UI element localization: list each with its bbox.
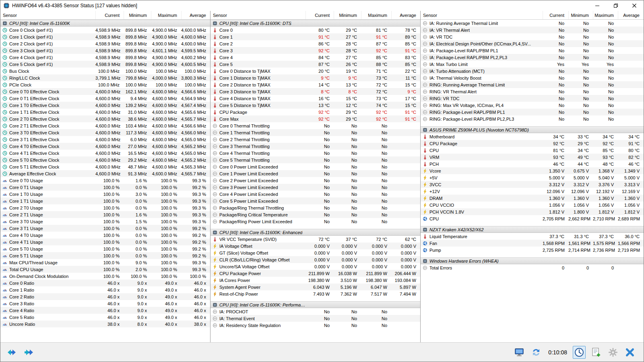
sensor-row[interactable]: Core 4 Thermal ThrottlingNoNoNo xyxy=(211,150,420,156)
sensor-row[interactable]: Core 5 Distance to TjMAX13 °C12 °C74 °C1… xyxy=(211,102,420,109)
sensor-row[interactable]: Core 2 Thermal ThrottlingNoNoNo xyxy=(211,136,420,143)
sensor-row[interactable]: Pump2,725 RPM2,714 RPM2,736 RPM2,719 RPM xyxy=(421,247,644,253)
sensor-row[interactable]: Core 392 °C28 °C92 °C91 °C xyxy=(211,47,420,54)
sensor-row[interactable]: RING: Running Average Thermal LimitNoNoN… xyxy=(421,81,644,88)
sensor-section-header[interactable]: Windows Hardware Errors (WHEA) xyxy=(421,257,644,264)
sensor-row[interactable]: Rest-of-Chip Power7.493 W7.362 W7.517 W7… xyxy=(211,290,420,297)
sensor-row[interactable]: Core 0 T1 Usage100.0 %0.0 %100.0 %99.2 % xyxy=(0,184,210,191)
sensor-row[interactable]: Vcore1.350 V0.675 V1.368 V1.349 V xyxy=(421,167,644,174)
exit-button[interactable] xyxy=(623,346,636,359)
sensor-row[interactable]: Uncore Ratio38.0 x8.0 x40.0 x38.0 x xyxy=(0,321,210,327)
sensor-section-header[interactable]: CPU [#0]: Intel Core i5-11600K: DTS xyxy=(211,20,420,27)
column-header-sensor[interactable]: Sensor xyxy=(421,13,543,18)
sensor-row[interactable]: Average Effective Clock4,600.0 MHz91.3 M… xyxy=(0,170,210,177)
column-header-maximum[interactable]: Maximum xyxy=(151,11,181,19)
sensor-row[interactable]: Core 2 Clock (perf #1)4,598.9 MHz899.8 M… xyxy=(0,40,210,47)
sensor-row[interactable]: Core 2 T1 Effective Clock4,600.0 MHz103.… xyxy=(0,122,210,129)
column-header-minimum[interactable]: Minimum xyxy=(334,11,361,19)
sensor-row[interactable]: Core 3 Ratio46.0 x9.0 x46.0 x46.0 x xyxy=(0,300,210,307)
sensor-row[interactable]: Core 587 °C26 °C88 °C85 °C xyxy=(211,61,420,68)
sensor-row[interactable]: IA Voltage Offset0.000 V0.000 V0.000 V0.… xyxy=(211,243,420,249)
sensor-row[interactable]: Core 2 T0 Effective Clock4,600.0 MHz38.6… xyxy=(0,115,210,122)
sensor-row[interactable]: Total CPU Usage100.0 %2.0 %100.0 %99.3 % xyxy=(0,266,210,273)
sensor-row[interactable]: PCIe Clock100.0 MHz100.0 MHz100.0 MHz100… xyxy=(0,81,210,88)
sensor-row[interactable]: Max CPU/Thread Usage100.0 %9.0 %100.0 %9… xyxy=(0,259,210,266)
sensor-row[interactable]: Core 0 T1 Effective Clock4,600.0 MHz9.4 … xyxy=(0,95,210,102)
sensor-row[interactable]: PCH VCCIN 1.8V1.812 V1.800 V1.812 V1.812… xyxy=(421,208,644,215)
sensor-row[interactable]: Core 3 T1 Usage100.0 %0.0 %100.0 %99.2 % xyxy=(0,225,210,232)
sensor-row[interactable]: Core 3 Thermal ThrottlingNoNoNo xyxy=(211,143,420,150)
column-header-current[interactable]: Current xyxy=(543,11,568,19)
sensor-row[interactable]: IA: Electrical Design Point/Other (ICCma… xyxy=(421,40,644,47)
clock-toggle-button[interactable] xyxy=(573,346,586,359)
sensor-row[interactable]: Core 2 Power Limit ExceededNoNoNo xyxy=(211,177,420,184)
sensor-row[interactable]: Core 0 Clock (perf #1)4,598.9 MHz899.8 M… xyxy=(0,27,210,33)
sensor-row[interactable]: Core 5 Clock (perf #1)4,598.9 MHz899.8 M… xyxy=(0,61,210,68)
sensor-row[interactable]: Core 3 T1 Effective Clock4,600.0 MHz6.0 … xyxy=(0,136,210,143)
column-header-minimum[interactable]: Minimum xyxy=(124,11,151,19)
sensor-row[interactable]: Core 1 T0 Effective Clock4,600.0 MHz139.… xyxy=(0,102,210,109)
sensor-row[interactable]: CPU VCCIO1.056 V1.056 V1.056 V1.056 V xyxy=(421,202,644,208)
page-back-button[interactable] xyxy=(5,346,18,359)
sensor-row[interactable]: CPU Package92 °C29 °C92 °C91 °C xyxy=(421,140,644,147)
column-header-average[interactable]: Average xyxy=(181,11,210,19)
sensor-row[interactable]: Core 1 T0 Usage100.0 %3.0 %100.0 %99.3 % xyxy=(0,191,210,197)
sensor-row[interactable]: Core 5 Thermal ThrottlingNoNoNo xyxy=(211,156,420,163)
sensor-row[interactable]: Core 3 Clock (perf #1)4,598.9 MHz899.8 M… xyxy=(0,47,210,54)
sensor-section-header[interactable]: NZXT Kraken X42/X52/X62 xyxy=(421,226,644,233)
maximize-button[interactable] xyxy=(607,0,625,11)
sensor-row[interactable]: Package/Ring Thermal ThrottlingNoNoNo xyxy=(211,204,420,211)
sensor-row[interactable]: IA Cores Power198.380 W3.510 W198.380 W1… xyxy=(211,277,420,284)
sensor-row[interactable]: IA: Turbo Attenuation (MCT)NoNoNo xyxy=(421,68,644,74)
sensor-row[interactable]: Core 4 T0 Effective Clock4,600.0 MHz27.0… xyxy=(0,143,210,150)
sensor-row[interactable]: Core 2 T0 Usage100.0 %0.0 %100.0 %99.3 % xyxy=(0,204,210,211)
sensor-row[interactable]: Bus Clock100.0 MHz100.0 MHz100.0 MHz100.… xyxy=(0,68,210,74)
sensor-row[interactable]: IA: Thermal Velocity BoostNoNoNo xyxy=(421,74,644,81)
sensor-row[interactable]: Core 2 Distance to TjMAX14 °C13 °C72 °C1… xyxy=(211,81,420,88)
sensor-row[interactable]: RING: VR Thermal AlertNoNoNo xyxy=(421,88,644,95)
sensor-row[interactable]: Total Errors000 xyxy=(421,264,644,271)
sensor-row[interactable]: Core 0 T0 Effective Clock4,600.0 MHz162.… xyxy=(0,88,210,95)
sensor-row[interactable]: Core 080 °C29 °C81 °C78 °C xyxy=(211,27,420,33)
sensor-row[interactable]: +12V12.096 V12.096 V12.192 V12.169 V xyxy=(421,188,644,195)
sensor-section-header[interactable]: CPU [#0]: Intel Core i5-11600K: Enhanced xyxy=(211,229,420,236)
sensor-row[interactable]: Motherboard34 °C33 °C34 °C34 °C xyxy=(421,133,644,140)
sensor-row[interactable]: IA: Package-Level RAPL/PBM PL1NoNoNo xyxy=(421,47,644,54)
sensor-row[interactable]: Core 3 Power Limit ExceededNoNoNo xyxy=(211,184,420,191)
sensor-row[interactable]: Core 2 Ratio46.0 x9.0 x49.0 x46.0 x xyxy=(0,293,210,300)
sensor-row[interactable]: Core 0 Power Limit ExceededNoNoNo xyxy=(211,163,420,170)
sensor-row[interactable]: Core 5 T0 Usage100.0 %0.0 %100.0 %99.2 % xyxy=(0,245,210,252)
titlebar[interactable]: HWiNFO64 v6.43-4385 Sensor Status [127 v… xyxy=(0,0,644,11)
sensor-row[interactable]: Core 286 °C28 °C87 °C85 °C xyxy=(211,40,420,47)
sensor-row[interactable]: Core Max92 °C29 °C92 °C91 °C xyxy=(211,115,420,122)
sensor-row[interactable]: Package/Ring Critical TemperatureNoNoNo xyxy=(211,211,420,218)
column-header-maximum[interactable]: Maximum xyxy=(361,11,391,19)
sensor-row[interactable]: Core 4 T1 Usage100.0 %0.0 %100.0 %99.2 % xyxy=(0,239,210,245)
add-report-button[interactable] xyxy=(590,346,603,359)
sensor-section-header[interactable]: ASUS PRIME Z590M-PLUS (Nuvoton NCT6798D) xyxy=(421,126,644,133)
sensor-row[interactable]: IA: PROCHOTNoNoNo xyxy=(211,308,420,315)
column-header-current[interactable]: Current xyxy=(305,11,334,19)
sensor-row[interactable]: On-Demand Clock Modulation100.0 %100.0 %… xyxy=(0,273,210,280)
sensor-row[interactable]: Core 484 °C27 °C85 °C83 °C xyxy=(211,54,420,61)
sensor-row[interactable]: IA: Max Turbo LimitYesYesYes xyxy=(421,61,644,68)
sensor-row[interactable]: Core 1 Ratio46.0 x9.0 x49.0 x46.0 x xyxy=(0,286,210,293)
sensor-row[interactable]: Core 4 Power Limit ExceededNoNoNo xyxy=(211,191,420,197)
column-header-current[interactable]: Current xyxy=(95,11,124,19)
sensor-row[interactable]: IA: Package-Level RAPL/PBM PL2,PL3NoNoNo xyxy=(421,54,644,61)
sensor-row[interactable]: Core 3 T0 Usage100.0 %1.5 %100.0 %99.3 % xyxy=(0,218,210,225)
sensor-row[interactable]: Core 0 Thermal ThrottlingNoNoNo xyxy=(211,122,420,129)
sensor-row[interactable]: Core 5 T1 Usage100.0 %0.0 %100.0 %99.2 % xyxy=(0,252,210,259)
sensor-row[interactable]: IA: Running Average Thermal LimitNoNoNo xyxy=(421,20,644,27)
sensor-row[interactable]: +5V5.000 V5.000 V5.040 V5.000 V xyxy=(421,174,644,181)
sensor-row[interactable]: Core 0 Ratio46.0 x9.0 x49.0 x46.0 x xyxy=(0,280,210,286)
sensor-row[interactable]: Core 5 T1 Effective Clock4,600.0 MHz48.7… xyxy=(0,163,210,170)
sensor-row[interactable]: CLR (CBo/LLC/Ring) Voltage Offset0.000 V… xyxy=(211,256,420,263)
settings-button[interactable] xyxy=(607,346,619,359)
sensor-row[interactable]: Core 5 Power Limit ExceededNoNoNo xyxy=(211,197,420,204)
sensor-row[interactable]: Core 1 T1 Effective Clock4,600.0 MHz31.0… xyxy=(0,109,210,115)
sensor-row[interactable]: Fan1,568 RPM1,561 RPM1,575 RPM1,566 RPM xyxy=(421,240,644,247)
column-header-maximum[interactable]: Maximum xyxy=(593,11,618,19)
column-header-sensor[interactable]: Sensor xyxy=(0,13,95,18)
sensor-row[interactable]: Core 3 T0 Effective Clock4,600.0 MHz117.… xyxy=(0,129,210,136)
